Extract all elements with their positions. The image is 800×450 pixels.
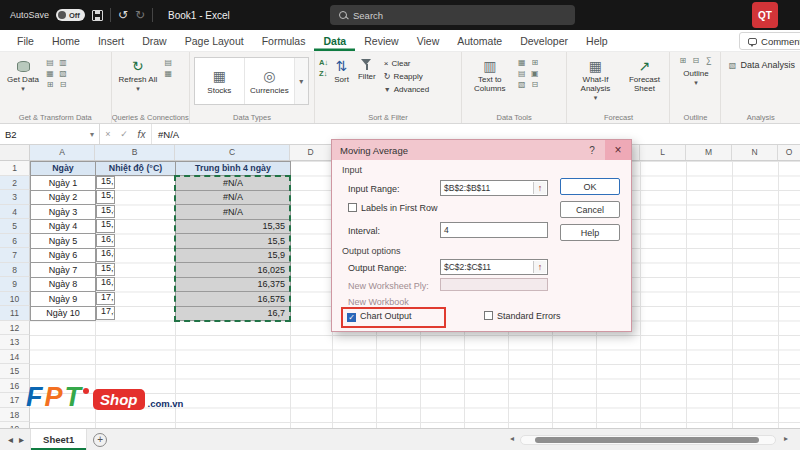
row-header[interactable]: 12	[0, 321, 30, 336]
row-header[interactable]: 13	[0, 335, 30, 350]
enter-entry-icon[interactable]: ✓	[116, 124, 132, 144]
column-header-d[interactable]: D	[290, 145, 332, 160]
tab-developer[interactable]: Developer	[511, 30, 577, 51]
sheet-nav-left-icon[interactable]: ◂	[8, 434, 13, 445]
horizontal-scrollbar[interactable]	[520, 435, 776, 445]
chart-output-checkbox[interactable]: ✓Chart Output	[347, 311, 412, 322]
sheet-nav-right-icon[interactable]: ▸	[19, 434, 24, 445]
tab-insert[interactable]: Insert	[89, 30, 133, 51]
tab-draw[interactable]: Draw	[133, 30, 176, 51]
advanced-filter-button[interactable]: ▼Advanced	[382, 84, 432, 95]
column-header-l[interactable]: L	[640, 145, 686, 160]
tab-file[interactable]: File	[8, 30, 43, 51]
tab-home[interactable]: Home	[43, 30, 89, 51]
cell[interactable]: Ngày 1	[31, 175, 96, 190]
cell[interactable]: 17,3	[96, 306, 115, 320]
cell[interactable]: 15,7	[96, 176, 115, 190]
range-selector-icon[interactable]: ↑	[533, 261, 546, 273]
tab-automate[interactable]: Automate	[448, 30, 511, 51]
currencies-button[interactable]: ◎ Currencies	[245, 58, 295, 104]
from-text-icon[interactable]: ▤	[45, 58, 55, 67]
cell[interactable]: 15,9	[96, 263, 115, 277]
help-button[interactable]: Help	[560, 224, 620, 241]
labels-first-row-checkbox[interactable]: Labels in First Row	[348, 203, 438, 213]
data-analysis-button[interactable]: ▧ Data Analysis	[725, 56, 797, 71]
row-header[interactable]: 15	[0, 364, 30, 379]
column-header-n[interactable]: N	[732, 145, 778, 160]
cell[interactable]: Ngày 7	[31, 263, 96, 278]
tab-data[interactable]: Data	[314, 30, 355, 51]
cell[interactable]: Ngày 2	[31, 190, 96, 205]
row-header[interactable]: 5	[0, 219, 30, 234]
flash-fill-icon[interactable]: ▦	[517, 58, 527, 67]
cell[interactable]: 15,1	[96, 219, 115, 233]
column-header-m[interactable]: M	[686, 145, 732, 160]
tab-review[interactable]: Review	[355, 30, 407, 51]
cell[interactable]: Ngày 5	[31, 234, 96, 249]
avatar[interactable]: QT	[752, 2, 778, 28]
scroll-right-icon[interactable]: ▸	[784, 434, 788, 443]
what-if-analysis-button[interactable]: ▦ What-If Analysis ▾	[571, 56, 619, 103]
cell[interactable]: Ngày 10	[31, 306, 96, 321]
row-header[interactable]: 2	[0, 176, 30, 191]
row-header[interactable]: 10	[0, 292, 30, 307]
forecast-sheet-button[interactable]: ↗ Forecast Sheet	[622, 56, 666, 95]
row-header[interactable]: 14	[0, 350, 30, 365]
cell[interactable]: 15,9	[176, 248, 291, 263]
get-data-button[interactable]: Get Data ▾	[4, 56, 42, 94]
data-validation-icon[interactable]: ▤	[517, 69, 527, 78]
output-range-field[interactable]: $C$2:$C$11 ↑	[440, 259, 548, 275]
redo-icon[interactable]: ↻	[135, 9, 145, 21]
cell-b1[interactable]: Nhiệt độ (°C)	[96, 162, 176, 176]
row-header[interactable]: 7	[0, 248, 30, 263]
existing-connections-icon[interactable]: ⊟	[58, 80, 68, 89]
cell[interactable]: Ngày 6	[31, 248, 96, 263]
relationships-icon[interactable]: ▧	[517, 80, 527, 89]
cell[interactable]: 17,1	[96, 292, 115, 306]
ungroup-icon[interactable]: ⊟	[691, 56, 701, 65]
cancel-entry-icon[interactable]: ×	[100, 124, 116, 144]
input-range-field[interactable]: $B$2:$B$11 ↑	[440, 180, 548, 196]
refresh-all-button[interactable]: ↻ Refresh All ▾	[116, 56, 161, 94]
search-box[interactable]: Search	[330, 5, 575, 25]
properties-icon[interactable]: ▦	[163, 69, 173, 78]
cell[interactable]: Ngày 4	[31, 219, 96, 234]
close-icon[interactable]: ×	[605, 140, 631, 160]
cell-a1[interactable]: Ngày	[31, 162, 96, 176]
cell[interactable]: 16,575	[176, 292, 291, 307]
tab-view[interactable]: View	[408, 30, 449, 51]
consolidate-icon[interactable]: ▣	[530, 69, 540, 78]
row-header[interactable]: 3	[0, 190, 30, 205]
cell[interactable]: 16,375	[176, 277, 291, 292]
dialog-title-bar[interactable]: Moving Average ? ×	[332, 140, 631, 160]
cell[interactable]: 16,7	[176, 306, 291, 321]
cell[interactable]: 15,35	[176, 219, 291, 234]
add-sheet-button[interactable]: +	[93, 433, 107, 447]
gallery-more-button[interactable]: ▾	[295, 58, 308, 104]
sheet-tab-sheet1[interactable]: Sheet1	[30, 429, 87, 450]
cancel-button[interactable]: Cancel	[560, 201, 620, 218]
comments-button[interactable]: Comments	[739, 32, 800, 50]
interval-field[interactable]: 4	[440, 222, 548, 238]
cell[interactable]: #N/A	[176, 175, 291, 190]
column-header-c[interactable]: C	[175, 145, 290, 160]
cell[interactable]: #N/A	[176, 190, 291, 205]
sort-ascending-icon[interactable]: A↓	[319, 58, 328, 67]
range-selector-icon[interactable]: ↑	[533, 182, 546, 194]
cell[interactable]: Ngày 3	[31, 205, 96, 220]
scrollbar-thumb[interactable]	[535, 437, 759, 443]
text-to-columns-button[interactable]: ▥ Text to Columns	[466, 56, 514, 95]
cell[interactable]: 15,4	[96, 205, 115, 219]
row-header[interactable]: 11	[0, 306, 30, 321]
insert-function-icon[interactable]: fx	[132, 124, 152, 144]
standard-errors-checkbox[interactable]: Standard Errors	[484, 311, 561, 321]
tab-help[interactable]: Help	[577, 30, 617, 51]
column-header-a[interactable]: A	[30, 145, 95, 160]
column-header-b[interactable]: B	[95, 145, 175, 160]
ok-button[interactable]: OK	[560, 178, 620, 195]
cell-c1[interactable]: Trung bình 4 ngày	[176, 162, 291, 176]
cell[interactable]: Ngày 9	[31, 292, 96, 307]
cell[interactable]: 15,5	[176, 234, 291, 249]
cell[interactable]: Ngày 8	[31, 277, 96, 292]
sort-descending-icon[interactable]: Z↓	[319, 69, 328, 78]
